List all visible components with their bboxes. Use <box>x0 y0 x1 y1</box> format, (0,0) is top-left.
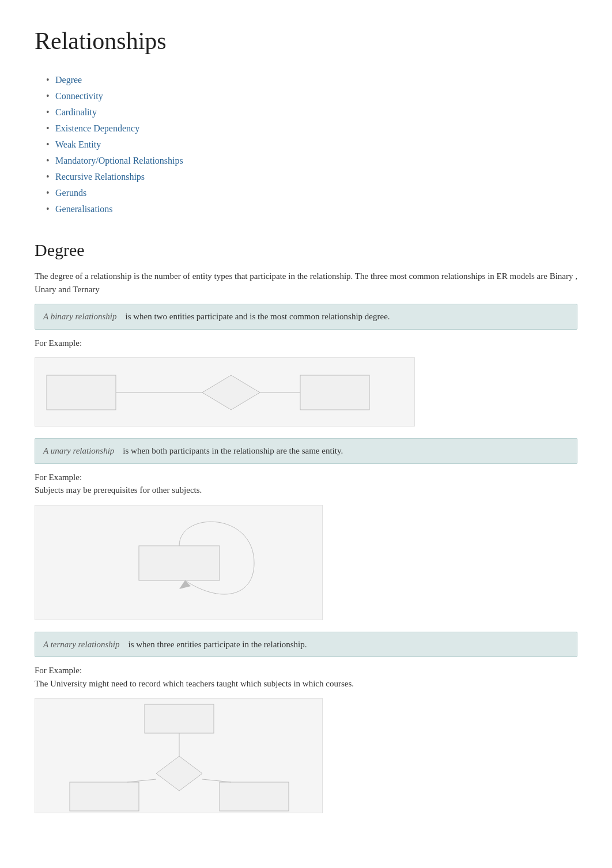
toc-item[interactable]: Degree <box>46 73 577 87</box>
toc-item[interactable]: Recursive Relationships <box>46 170 577 184</box>
toc-link-existence[interactable]: Existence Dependency <box>55 123 139 133</box>
toc-link-degree[interactable]: Degree <box>55 75 82 85</box>
svg-line-13 <box>202 779 231 782</box>
toc-link-recursive[interactable]: Recursive Relationships <box>55 172 145 182</box>
degree-intro: The degree of a relationship is the numb… <box>35 270 577 296</box>
svg-rect-5 <box>139 546 220 580</box>
toc-link-gerunds[interactable]: Gerunds <box>55 188 86 198</box>
ternary-example-label: For Example: The University might need t… <box>35 664 577 690</box>
toc-link-cardinality[interactable]: Cardinality <box>55 107 97 117</box>
toc-list: Degree Connectivity Cardinality Existenc… <box>35 73 577 216</box>
degree-heading: Degree <box>35 237 577 263</box>
binary-description: is when two entities participate and is … <box>126 312 390 321</box>
svg-rect-7 <box>145 704 214 733</box>
unary-example-label: For Example: Subjects may be prerequisit… <box>35 471 577 497</box>
unary-term: A unary relationship <box>43 446 114 455</box>
binary-term: A binary relationship <box>43 312 117 321</box>
svg-marker-6 <box>179 580 191 589</box>
ternary-description: is when three entities participate in th… <box>129 640 307 649</box>
svg-marker-8 <box>156 756 202 791</box>
ternary-term: A ternary relationship <box>43 640 120 649</box>
svg-marker-1 <box>202 375 260 410</box>
svg-line-12 <box>127 779 156 782</box>
unary-example-text: Subjects may be prerequisites for other … <box>35 485 202 495</box>
toc-link-connectivity[interactable]: Connectivity <box>55 91 103 101</box>
toc-item[interactable]: Connectivity <box>46 89 577 103</box>
unary-highlight-box: A unary relationship is when both partic… <box>35 438 577 464</box>
toc-item[interactable]: Generalisations <box>46 202 577 216</box>
ternary-highlight-box: A ternary relationship is when three ent… <box>35 632 577 658</box>
toc-item[interactable]: Cardinality <box>46 105 577 119</box>
binary-example-label: For Example: <box>35 337 577 350</box>
degree-section: Degree The degree of a relationship is t… <box>35 237 577 813</box>
unary-diagram <box>35 505 323 620</box>
toc-link-mandatory[interactable]: Mandatory/Optional Relationships <box>55 156 183 165</box>
ternary-example-text: The University might need to record whic… <box>35 679 354 688</box>
toc-item[interactable]: Gerunds <box>46 186 577 200</box>
svg-rect-0 <box>47 375 116 410</box>
page-title: Relationships <box>35 23 577 59</box>
binary-highlight-box: A binary relationship is when two entiti… <box>35 304 577 330</box>
ternary-diagram <box>35 698 323 813</box>
toc-item[interactable]: Mandatory/Optional Relationships <box>46 154 577 168</box>
toc-link-weak[interactable]: Weak Entity <box>55 139 101 149</box>
toc-item[interactable]: Existence Dependency <box>46 122 577 135</box>
binary-diagram <box>35 357 415 427</box>
svg-rect-2 <box>300 375 369 410</box>
toc-link-generalisations[interactable]: Generalisations <box>55 204 113 214</box>
toc-item[interactable]: Weak Entity <box>46 138 577 152</box>
svg-rect-9 <box>70 782 139 811</box>
unary-description: is when both participants in the relatio… <box>123 446 343 455</box>
svg-rect-10 <box>220 782 289 811</box>
